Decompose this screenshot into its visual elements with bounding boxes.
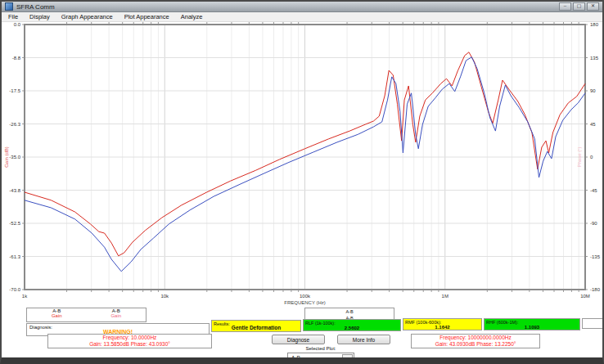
- x-axis-title: FREQUENCY (Hz): [284, 300, 326, 305]
- y-left-axis-title: Gain (dB): [4, 146, 9, 168]
- x-tick-label: 1M: [442, 294, 448, 299]
- y-right-tick-label: -90: [590, 221, 597, 226]
- x-tick-label: 1k: [22, 294, 28, 299]
- maximize-button[interactable]: ▢: [573, 2, 585, 11]
- menu-file[interactable]: File: [8, 13, 18, 20]
- menu-graph-appearance[interactable]: Graph Appearance: [61, 13, 113, 20]
- trace-legend-box: A-B Gain A-B Gain: [26, 308, 146, 322]
- more-info-button[interactable]: More Info: [337, 335, 390, 344]
- plot-area[interactable]: [25, 25, 585, 290]
- y-left-tick-label: -61.3: [9, 254, 20, 259]
- active-plot-line-1: A-B: [305, 308, 394, 315]
- sfra-frequency-response-chart: 0.0180-8.8135-17.590-26.345-35.00-43.8-4…: [2, 2, 604, 358]
- menu-analyze[interactable]: Analyze: [181, 13, 203, 20]
- metric-rlf-box: RLF (1k-100k): 2.5602: [303, 319, 401, 331]
- cursor-right-frequency: Frequency: 10000000.0000Hz: [412, 335, 539, 341]
- metric-rhf-name: RHF (600k-1M):: [485, 319, 579, 325]
- selected-plot-value: A-B: [291, 355, 300, 361]
- legend-trace-1: Gain: [27, 313, 87, 318]
- y-left-tick-label: -17.5: [9, 88, 20, 93]
- x-tick-label: 10M: [580, 294, 590, 299]
- metric-rhf-box: RHF (600k-1M): 1.1093: [484, 318, 580, 330]
- diagnose-button[interactable]: Diagnose: [272, 335, 325, 344]
- y-right-tick-label: -45: [590, 188, 597, 193]
- y-left-tick-label: -26.3: [9, 122, 20, 127]
- selected-plot-label: Selected Plot:: [272, 346, 370, 351]
- minimize-button[interactable]: ‒: [559, 2, 571, 11]
- selected-plot-dropdown[interactable]: A-B ▼: [287, 353, 354, 363]
- x-tick-label: 100k: [300, 294, 311, 299]
- metric-rlf-value: 2.5602: [304, 326, 400, 330]
- cursor-readout-right: Frequency: 10000000.0000Hz Gain: 43.0930…: [411, 334, 540, 348]
- metric-rmf-name: RMF (100k-600k):: [403, 319, 481, 325]
- y-left-tick-label: 0.0: [14, 22, 21, 27]
- y-right-tick-label: -180: [590, 287, 601, 292]
- y-left-tick-label: -8.8: [12, 56, 21, 61]
- cursor-readout-left: Frequency: 10.0000Hz Gain: 13.5850dB Pha…: [47, 334, 212, 348]
- menu-plot-appearance[interactable]: Plot Appearance: [124, 13, 169, 20]
- y-right-tick-label: 45: [590, 122, 596, 127]
- results-verdict: Gentle Deformation: [212, 325, 300, 330]
- title-bar[interactable]: SFRA Comm ‒ ▢ ✕: [2, 2, 602, 12]
- window-title: SFRA Comm: [16, 2, 55, 12]
- results-box: Results: Gentle Deformation: [211, 320, 301, 332]
- y-left-tick-label: -52.5: [9, 221, 20, 226]
- chevron-down-icon[interactable]: ▼: [342, 354, 353, 363]
- aux-empty-box: [582, 318, 604, 329]
- cursor-left-frequency: Frequency: 10.0000Hz: [48, 335, 211, 341]
- cursor-right-gain-phase: Gain: 43.0930dB Phase: 13.2250°: [412, 341, 539, 348]
- metric-rmf-box: RMF (100k-600k): 1.1642: [403, 318, 482, 330]
- menu-display[interactable]: Display: [29, 13, 50, 20]
- y-right-tick-label: 180: [590, 22, 599, 27]
- y-left-tick-label: -43.8: [9, 188, 20, 193]
- menu-bar: File Display Graph Appearance Plot Appea…: [2, 12, 602, 22]
- app-window: 0.0180-8.8135-17.590-26.345-35.00-43.8-4…: [0, 0, 604, 364]
- metric-rhf-value: 1.1093: [485, 325, 579, 330]
- metric-rlf-name: RLF (1k-100k):: [304, 320, 400, 326]
- y-left-tick-label: -70.0: [9, 287, 20, 292]
- close-button[interactable]: ✕: [587, 2, 599, 11]
- y-right-tick-label: 90: [590, 88, 596, 93]
- x-tick-label: 10k: [160, 294, 169, 299]
- app-icon: [5, 2, 13, 11]
- legend-trace-2: Gain: [87, 313, 146, 318]
- y-left-tick-label: -35.0: [9, 155, 20, 160]
- y-right-tick-label: -135: [590, 254, 601, 259]
- y-right-tick-label: 135: [590, 56, 599, 61]
- metric-rmf-value: 1.1642: [403, 325, 481, 330]
- cursor-left-gain-phase: Gain: 13.5850dB Phase: 43.0930°: [48, 341, 211, 348]
